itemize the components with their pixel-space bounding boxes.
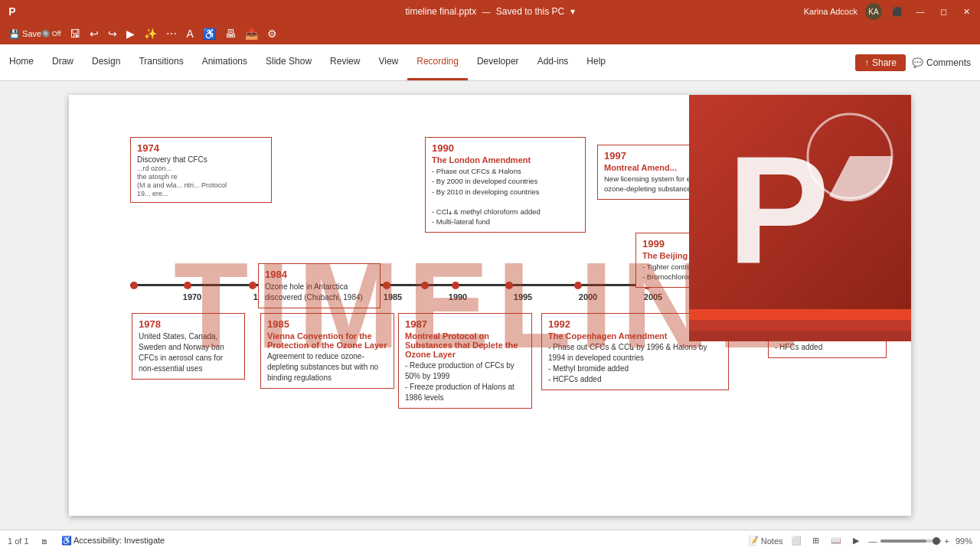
timeline-dot: [421, 282, 429, 289]
share-icon: ↑: [864, 57, 869, 68]
zoom-out-button[interactable]: —: [869, 536, 877, 546]
year-1995: 1995: [514, 292, 532, 302]
settings-button[interactable]: ⚙: [264, 26, 280, 41]
slide-canvas[interactable]: TIMELINE P: [69, 95, 911, 516]
card-1999[interactable]: 1999 The Beijing Amer... - Tighter contr…: [635, 233, 762, 288]
redo-button[interactable]: ↪: [105, 26, 120, 41]
card-content: United States, Canada, Sweden and Norway…: [139, 331, 238, 374]
card-1974[interactable]: 1974 Discovery that CFCs ...rd ozon...th…: [130, 137, 272, 203]
year-2000: 2000: [579, 292, 597, 302]
dropdown-arrow[interactable]: ▾: [570, 6, 575, 17]
slide-sorter-button[interactable]: ⊞: [809, 534, 823, 548]
normal-view-button[interactable]: ⬜: [789, 534, 803, 548]
card-1987[interactable]: 1987 Montreal Protocol on Substances tha…: [398, 313, 532, 409]
timeline-line: [130, 284, 880, 286]
card-content: - Reduce production of CFCs by 50% by 19…: [405, 360, 525, 403]
svg-point-2: [808, 114, 892, 198]
ribbon-collapse-button[interactable]: ⬛: [890, 4, 905, 19]
title-bar: P timeline final.pptx — Saved to this PC…: [0, 0, 980, 23]
year-1970: 1970: [183, 292, 201, 302]
timeline-dot: [130, 282, 138, 289]
tab-addins[interactable]: Add-ins: [528, 44, 578, 80]
tab-help[interactable]: Help: [577, 44, 615, 80]
user-avatar[interactable]: KA: [865, 3, 882, 20]
year-2015: 2015: [774, 292, 792, 302]
tab-home[interactable]: Home: [0, 44, 43, 80]
comment-icon: 💬: [912, 57, 923, 68]
timeline-dot: [505, 282, 513, 289]
year-1985: 1985: [384, 292, 402, 302]
notes-icon[interactable]: 🗈: [38, 534, 52, 548]
tab-draw[interactable]: Draw: [43, 44, 83, 80]
quick-access-toolbar: 💾 Save 🔘 Off 🖫 ↩ ↪ ▶ ✨ ⋯ A ♿ 🖶 📤 ⚙: [0, 23, 980, 44]
notes-button[interactable]: 📝 Notes: [748, 536, 783, 546]
slide-panel[interactable]: TIMELINE P: [0, 81, 980, 530]
save-toggle[interactable]: 💾 Save 🔘 Off: [6, 28, 64, 41]
year-2005: 2005: [644, 292, 662, 302]
tab-view[interactable]: View: [369, 44, 407, 80]
accessibility-label: Accessibility: Investigate: [74, 536, 165, 545]
card-year: 1999: [642, 238, 755, 249]
timeline-dot: [873, 282, 880, 289]
card-1997[interactable]: 1997 Montreal Amend... New licensing sys…: [597, 145, 727, 200]
card-1985[interactable]: 1985 Vienna Convention for the Protectio…: [260, 313, 394, 389]
minimize-button[interactable]: —: [913, 4, 928, 19]
restore-button[interactable]: ◻: [936, 4, 951, 19]
accessibility-icon: ♿: [61, 536, 72, 545]
present-button[interactable]: ▶: [123, 26, 138, 41]
zoom-controls: — + 99%: [869, 536, 972, 546]
ribbon-right: ↑ Share 💬 Comments: [855, 44, 980, 80]
print-button[interactable]: 🖶: [222, 26, 239, 41]
card-1978[interactable]: 1978 United States, Canada, Sweden and N…: [132, 313, 245, 380]
card-content: Ozone hole in Antarctica discovered (Chu…: [265, 282, 374, 303]
card-title: Montreal Amend...: [604, 163, 720, 172]
timeline-dot: [249, 282, 256, 289]
close-button[interactable]: ✕: [959, 4, 974, 19]
card-content: Discovery that CFCs ...rd ozon...the ato…: [137, 155, 265, 197]
title-text: timeline final.pptx — Saved to this PC ▾: [405, 6, 574, 17]
tab-transitions[interactable]: Transitions: [129, 44, 192, 80]
format-button[interactable]: A: [183, 26, 196, 41]
save-button[interactable]: 🖫: [67, 26, 83, 41]
share-button[interactable]: ↑ Share: [855, 54, 906, 71]
timeline-dot: [452, 282, 459, 289]
filename-label: timeline final.pptx: [405, 6, 476, 17]
comments-button[interactable]: 💬 Comments: [912, 57, 971, 68]
main-area: TIMELINE P: [0, 81, 980, 530]
timeline-dot: [842, 282, 850, 289]
tab-slideshow[interactable]: Slide Show: [256, 44, 321, 80]
zoom-in-button[interactable]: +: [945, 536, 949, 546]
accessibility-button[interactable]: ♿: [200, 26, 219, 41]
card-year: 1984: [265, 269, 374, 280]
card-content: - Tighter controls for... - Bromochlorom…: [642, 262, 755, 282]
tab-animations[interactable]: Animations: [193, 44, 256, 80]
title-bar-left: P: [6, 5, 18, 18]
export-button[interactable]: 📤: [242, 26, 261, 41]
tab-recording[interactable]: Recording: [407, 44, 468, 80]
share-label: Share: [872, 57, 897, 68]
card-year: 1997: [604, 150, 720, 161]
more-qa-button[interactable]: ⋯: [163, 26, 180, 41]
card-title: Montreal Protocol on Substances that Dep…: [405, 331, 525, 359]
designer-button[interactable]: ✨: [141, 26, 160, 41]
separator: —: [482, 7, 490, 16]
tab-review[interactable]: Review: [321, 44, 369, 80]
reading-view-button[interactable]: 📖: [829, 534, 843, 548]
card-1992[interactable]: 1992 The Copenhagen Amendment - Phase ou…: [541, 313, 729, 390]
card-year: 1974: [137, 142, 265, 154]
accessibility-text[interactable]: ♿ Accessibility: Investigate: [61, 536, 165, 546]
zoom-slider[interactable]: [880, 540, 942, 543]
tab-developer[interactable]: Developer: [468, 44, 528, 80]
zoom-handle[interactable]: [933, 537, 940, 545]
undo-button[interactable]: ↩: [87, 26, 102, 41]
tab-design[interactable]: Design: [83, 44, 129, 80]
card-1990[interactable]: 1990 The London Amendment - Phase out CF…: [425, 137, 586, 233]
timeline-dot: [383, 282, 390, 289]
zoom-fill: [880, 540, 926, 543]
card-year: 1990: [432, 142, 579, 154]
card-content: New licensing system for export of ozone…: [604, 174, 720, 194]
card-2016[interactable]: 2016 The Kigali Amendment - HFCs added: [768, 313, 887, 358]
slideshow-button[interactable]: ▶: [849, 534, 863, 548]
card-title: The Beijing Amer...: [642, 251, 755, 260]
card-1984[interactable]: 1984 Ozone hole in Antarctica discovered…: [258, 263, 381, 308]
